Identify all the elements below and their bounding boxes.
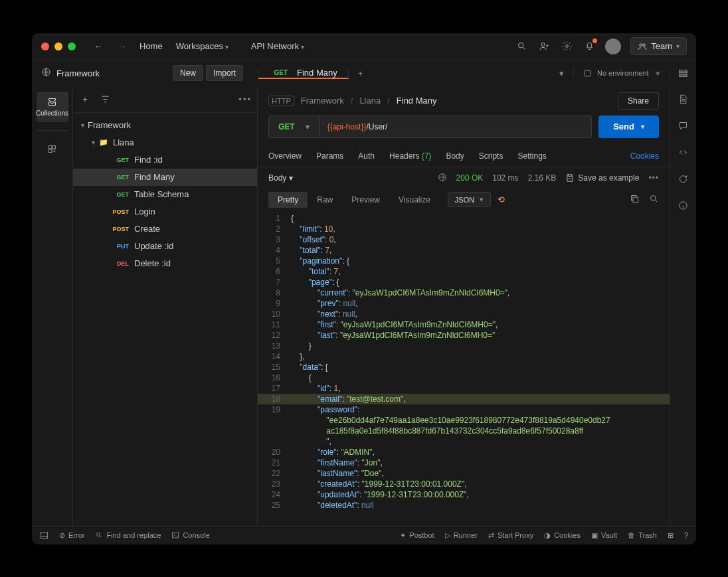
- footer-find[interactable]: Find and replace: [95, 531, 161, 539]
- tab-body[interactable]: Body: [446, 151, 464, 161]
- footer-cookies[interactable]: ◑ Cookies: [544, 531, 581, 540]
- view-pretty[interactable]: Pretty: [268, 192, 308, 208]
- method-selector[interactable]: GET ▾: [268, 116, 319, 138]
- status-code: 200 OK: [456, 173, 484, 183]
- workspace-header: Framework New Import GET Find Many + ▾ N…: [32, 60, 696, 86]
- globe-icon[interactable]: [438, 173, 447, 184]
- wrap-icon[interactable]: ⟲: [498, 195, 505, 205]
- nav-workspaces[interactable]: Workspaces: [173, 41, 231, 51]
- format-selector[interactable]: JSON ▾: [448, 192, 491, 207]
- save-example[interactable]: Save as example: [565, 173, 639, 183]
- crumb-current: Find Many: [397, 96, 437, 106]
- tree-filter[interactable]: [98, 92, 112, 106]
- response-body[interactable]: 1{2 "limit": 10,3 "offset": 0,4 "total":…: [258, 213, 670, 526]
- main-panel: HTTP Framework / Llana / Find Many Share…: [258, 86, 670, 526]
- new-tab-button[interactable]: +: [349, 68, 373, 79]
- tab-overview[interactable]: Overview: [268, 151, 302, 161]
- tree-item-3[interactable]: POSTLogin: [73, 203, 257, 220]
- tree-framework[interactable]: ▾Framework: [73, 117, 257, 134]
- tab-headers[interactable]: Headers (7): [389, 151, 431, 161]
- comments-icon[interactable]: [678, 121, 688, 133]
- workspace-title: Framework: [56, 68, 100, 78]
- maximize-dot[interactable]: [68, 42, 76, 50]
- docs-icon[interactable]: [678, 94, 688, 106]
- tree-item-6[interactable]: DELDelete :id: [73, 255, 257, 272]
- tabs-dropdown[interactable]: ▾: [550, 68, 573, 79]
- refresh-icon[interactable]: [678, 174, 688, 186]
- nav-api-network[interactable]: API Network: [248, 41, 307, 51]
- footer-vault[interactable]: ▣ Vault: [591, 531, 617, 540]
- nav-home[interactable]: Home: [137, 41, 165, 51]
- tree-item-1[interactable]: GETFind Many: [73, 169, 257, 186]
- crumb-0[interactable]: Framework: [301, 96, 344, 106]
- footer-error[interactable]: ⊘ Error: [59, 531, 84, 540]
- crumb-1[interactable]: Llana: [359, 96, 381, 106]
- tree-item-4[interactable]: POSTCreate: [73, 220, 257, 238]
- code-icon[interactable]: [678, 147, 688, 159]
- tab-scripts[interactable]: Scripts: [479, 151, 503, 161]
- collection-tree: + ••• ▾Framework▾📁LlanaGETFind :idGETFin…: [73, 86, 258, 526]
- footer-console[interactable]: Console: [171, 531, 209, 539]
- footer-trash[interactable]: 🗑 Trash: [628, 531, 657, 540]
- environment-selector[interactable]: No environment ▾: [573, 68, 670, 78]
- response-body-dd[interactable]: Body ▾: [268, 173, 293, 183]
- team-button[interactable]: Team ▾: [630, 37, 687, 55]
- response-time: 102 ms: [492, 173, 518, 183]
- minimize-dot[interactable]: [54, 42, 62, 50]
- tab-settings[interactable]: Settings: [517, 151, 546, 161]
- status-bar: ⊘ Error Find and replace Console ✦ Postb…: [32, 526, 696, 544]
- footer-proxy[interactable]: ⇄ Start Proxy: [488, 531, 533, 540]
- view-visualize[interactable]: Visualize: [389, 192, 440, 208]
- left-sidebar: Collections: [32, 86, 73, 526]
- env-label: No environment: [597, 69, 649, 77]
- search-icon[interactable]: [515, 40, 528, 53]
- svg-rect-8: [680, 72, 687, 74]
- footer-runner[interactable]: ▷ Runner: [445, 531, 478, 540]
- tree-add[interactable]: +: [78, 92, 92, 106]
- app-window: ← → Home Workspaces API Network Team ▾ F…: [32, 33, 696, 544]
- tab-find-many[interactable]: GET Find Many: [258, 68, 349, 79]
- svg-rect-7: [680, 70, 687, 72]
- more-icon[interactable]: •••: [648, 173, 659, 183]
- info-icon[interactable]: [678, 201, 688, 212]
- footer-help[interactable]: ?: [684, 531, 688, 540]
- svg-rect-14: [633, 197, 638, 203]
- avatar[interactable]: [605, 39, 621, 54]
- footer-panel-icon[interactable]: [40, 531, 48, 540]
- svg-point-2: [565, 45, 568, 48]
- svg-point-1: [541, 43, 545, 46]
- tab-auth[interactable]: Auth: [358, 151, 375, 161]
- footer-layout[interactable]: ⊞: [668, 531, 674, 540]
- bell-icon[interactable]: [583, 40, 596, 53]
- send-button[interactable]: Send▾: [598, 116, 659, 138]
- new-button[interactable]: New: [173, 65, 203, 81]
- response-size: 2.16 KB: [528, 173, 557, 183]
- back-arrow[interactable]: ←: [92, 40, 105, 53]
- copy-icon[interactable]: [630, 194, 640, 206]
- svg-point-0: [518, 43, 523, 48]
- http-badge: HTTP: [268, 96, 294, 106]
- invite-icon[interactable]: [537, 40, 551, 53]
- search-response-icon[interactable]: [649, 194, 659, 206]
- env-quick-look[interactable]: [670, 68, 696, 78]
- url-input[interactable]: {{api-host}}/User/: [319, 116, 592, 138]
- import-button[interactable]: Import: [206, 65, 243, 81]
- forward-arrow[interactable]: →: [116, 40, 129, 53]
- view-raw[interactable]: Raw: [308, 192, 342, 208]
- view-preview[interactable]: Preview: [342, 192, 389, 208]
- svg-rect-11: [52, 145, 55, 148]
- tree-item-0[interactable]: GETFind :id: [73, 151, 257, 169]
- tree-more[interactable]: •••: [238, 94, 252, 104]
- sidebar-collections[interactable]: Collections: [37, 92, 68, 122]
- sidebar-add[interactable]: [37, 139, 68, 159]
- footer-postbot[interactable]: ✦ Postbot: [400, 531, 434, 540]
- cookies-link[interactable]: Cookies: [630, 151, 659, 161]
- tree-item-2[interactable]: GETTable Schema: [73, 186, 257, 203]
- share-button[interactable]: Share: [618, 92, 659, 110]
- tab-params[interactable]: Params: [316, 151, 343, 161]
- settings-icon[interactable]: [560, 40, 573, 53]
- window-controls[interactable]: [41, 42, 76, 50]
- close-dot[interactable]: [41, 42, 49, 50]
- tree-llana[interactable]: ▾📁Llana: [73, 134, 257, 151]
- tree-item-5[interactable]: PUTUpdate :id: [73, 238, 257, 255]
